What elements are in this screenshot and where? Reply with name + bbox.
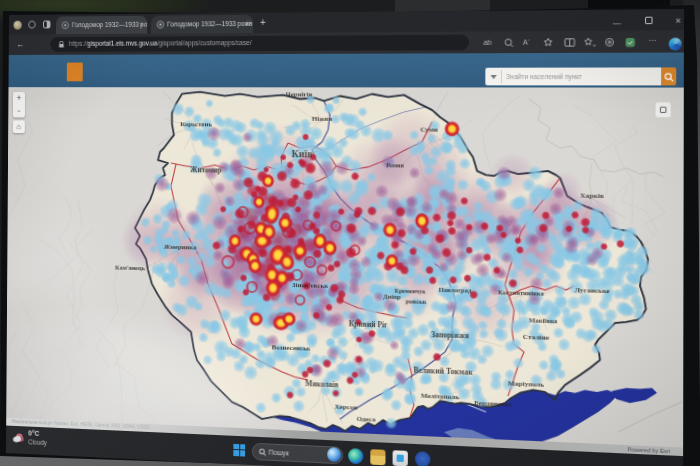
svg-text:Павлоград: Павлоград [439, 286, 473, 293]
svg-text:Бердянське: Бердянське [474, 399, 512, 408]
svg-text:Ніжин: Ніжин [312, 114, 333, 122]
svg-text:Макіївка: Макіївка [529, 317, 558, 324]
svg-text:Костянтинівка: Костянтинівка [498, 289, 544, 297]
svg-text:ровськ: ровськ [406, 298, 427, 305]
svg-text:A´: A´ [523, 39, 530, 47]
svg-text:Маріуполь: Маріуполь [508, 379, 545, 388]
svg-text:Харків: Харків [580, 191, 604, 199]
svg-text:···: ··· [648, 36, 657, 46]
svg-text:Мелітополь: Мелітополь [421, 392, 460, 401]
svg-text:Луганське: Луганське [575, 286, 610, 295]
svg-text:Кривий Ріг: Кривий Ріг [349, 320, 389, 330]
svg-text:Кам'янець: Кам'янець [115, 264, 146, 271]
svg-text:Запоріжжя: Запоріжжя [431, 331, 469, 341]
svg-text:Чернігів: Чернігів [286, 91, 313, 99]
svg-text:Київ: Київ [292, 148, 313, 159]
svg-text:Херсон: Херсон [335, 402, 358, 411]
svg-text:Вознесенськ: Вознесенськ [272, 343, 311, 352]
svg-text:Жмеринка: Жмеринка [164, 242, 198, 250]
svg-text:Ромни: Ромни [386, 161, 404, 168]
svg-text:Коростень: Коростень [180, 120, 212, 128]
svg-text:Суми: Суми [420, 125, 438, 133]
svg-text:Дніпр: Дніпр [383, 293, 401, 300]
svg-text:Одеса: Одеса [357, 414, 377, 422]
svg-text:Зінов'євськ: Зінов'євськ [292, 281, 328, 289]
svg-text:Миколаїв: Миколаїв [305, 380, 338, 390]
svg-text:ab: ab [483, 39, 491, 47]
svg-text:Сталіне: Сталіне [523, 332, 549, 341]
svg-text:Житомир: Житомир [190, 165, 221, 174]
